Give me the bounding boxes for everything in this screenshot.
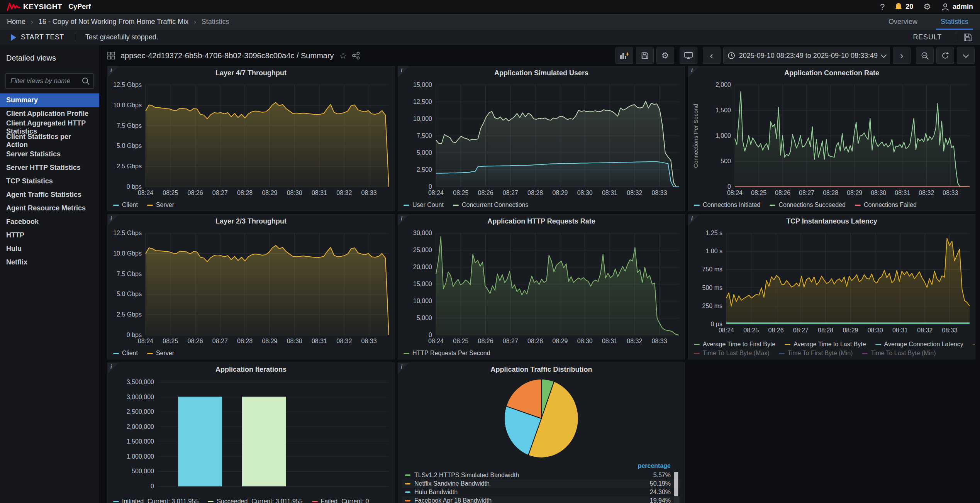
panel-info-corner[interactable] — [398, 363, 409, 374]
svg-text:08:25: 08:25 — [163, 190, 178, 196]
legend-item-connections-failed[interactable]: Connections Failed — [855, 202, 917, 208]
chevron-down-icon — [963, 52, 969, 58]
pie-table-row[interactable]: TLSv1.2 HTTPS Simulated Bandwidth5.57% — [402, 471, 681, 479]
settings-gear-icon[interactable]: ⚙ — [923, 3, 931, 11]
sidebar-item-agent-traffic-statistics[interactable]: Agent Traffic Statistics — [0, 188, 99, 202]
panel-title[interactable]: Layer 4/7 Throughput — [108, 66, 394, 80]
notifications[interactable]: 20 — [895, 3, 913, 11]
svg-text:08:26: 08:26 — [478, 338, 493, 344]
panel-info-corner[interactable] — [108, 363, 119, 374]
dashboard-title[interactable]: appsec-42d19372-6b5b-4706-8b02-3096c8c00… — [120, 51, 334, 60]
pie-table-row[interactable]: Facebook Apr 18 Bandwidth19.94% — [402, 496, 681, 503]
svg-text:3,500,000: 3,500,000 — [127, 379, 154, 385]
sidebar-item-hulu[interactable]: Hulu — [0, 242, 99, 256]
start-test-button[interactable]: START TEST — [0, 30, 75, 45]
panel-info-corner[interactable] — [688, 66, 699, 77]
tab-statistics[interactable]: Statistics — [929, 14, 980, 30]
sidebar-item-client-statistics-per-action[interactable]: Client Statistics per Action — [0, 134, 99, 147]
refresh-interval-dropdown[interactable] — [957, 47, 975, 64]
panel-title[interactable]: Layer 2/3 Throughput — [108, 215, 394, 228]
legend-item-http-requests-per-second[interactable]: HTTP Requests Per Second — [404, 350, 490, 357]
legend-item-average-time-to-first-byte[interactable]: Average Time to First Byte — [694, 341, 775, 348]
user-menu[interactable]: admin — [941, 3, 973, 11]
panel-title[interactable]: Application Iterations — [108, 363, 394, 376]
legend-item-server[interactable]: Server — [147, 350, 174, 357]
sidebar-item-facebook[interactable]: Facebook — [0, 215, 99, 229]
legend-item-time-to-first-byte-max-[interactable]: Time To First Byte (Max) — [973, 341, 975, 348]
breadcrumb-home[interactable]: Home — [7, 18, 25, 26]
pie-table-row[interactable]: Hulu Bandwidth24.30% — [402, 488, 681, 496]
legend-item-user-count[interactable]: User Count — [404, 202, 444, 208]
panel-title[interactable]: Application HTTP Requests Rate — [398, 215, 685, 228]
sidebar-item-server-statistics[interactable]: Server Statistics — [0, 147, 99, 161]
pie-table-row[interactable]: Netflix Sandvine Bandwidth50.19% — [402, 479, 681, 488]
svg-text:08:25: 08:25 — [453, 338, 468, 344]
panel-info-corner[interactable] — [108, 66, 119, 77]
save-result-button[interactable] — [955, 30, 980, 45]
panel-info-corner[interactable] — [688, 215, 699, 225]
sidebar-item-server-http-statistics[interactable]: Server HTTP Statistics — [0, 161, 99, 174]
legend-item-succeeded[interactable]: SucceededCurrent: 3,011,955 — [208, 498, 302, 503]
legend-dash — [113, 205, 119, 206]
legend-dash — [404, 353, 409, 354]
svg-text:08:30: 08:30 — [868, 327, 883, 334]
svg-text:08:31: 08:31 — [312, 190, 327, 196]
sidebar-item-agent-resource-metrics[interactable]: Agent Resource Metrics — [0, 202, 99, 215]
result-button[interactable]: RESULT — [900, 30, 955, 45]
legend-item-connections-initiated[interactable]: Connections Initiated — [694, 202, 760, 208]
legend-item-time-to-last-byte-min-[interactable]: Time To Last Byte (Min) — [862, 350, 936, 357]
zoom-out-button[interactable] — [916, 47, 934, 64]
svg-text:12.5 Gbps: 12.5 Gbps — [113, 81, 142, 88]
sidebar-item-http[interactable]: HTTP — [0, 229, 99, 242]
legend-item-time-to-first-byte-min-[interactable]: Time To First Byte (Min) — [779, 350, 853, 357]
legend-item-server[interactable]: Server — [147, 202, 174, 208]
panel-info-corner[interactable] — [398, 66, 409, 77]
time-range-picker[interactable]: 2025-09-10 08:23:49 to 2025-09-10 08:33:… — [723, 47, 890, 64]
sidebar-item-client-aggregated-http-statistics[interactable]: Client Aggregated HTTP Statistics — [0, 120, 99, 134]
sidebar-item-summary[interactable]: Summary — [0, 93, 99, 107]
save-dashboard-button[interactable] — [636, 47, 654, 64]
panel-title[interactable]: Application Traffic Distribution — [398, 363, 685, 376]
panel-title[interactable]: Application Simulated Users — [398, 66, 685, 80]
legend-item-concurrent-connections[interactable]: Concurrent Connections — [453, 202, 529, 208]
panel-title[interactable]: TCP Instantaneous Latency — [688, 215, 975, 228]
legend-item-client[interactable]: Client — [113, 350, 138, 357]
sidebar-item-netflix[interactable]: Netflix — [0, 256, 99, 269]
svg-text:08:24: 08:24 — [138, 190, 153, 196]
breadcrumb-test-name[interactable]: 16 - Copy of Not Working From Home Traff… — [39, 18, 188, 26]
chevron-right-icon: › — [31, 18, 33, 26]
legend-item-initiated[interactable]: InitiatedCurrent: 3,011,955 — [113, 498, 198, 503]
sidebar-item-tcp-statistics[interactable]: TCP Statistics — [0, 174, 99, 188]
filter-views-input[interactable] — [5, 73, 94, 89]
refresh-button[interactable] — [936, 47, 954, 64]
dashboard-settings-button[interactable]: ⚙ — [656, 47, 674, 64]
legend-item-connections-succeeded[interactable]: Connections Succeeded — [770, 202, 845, 208]
legend-item-client[interactable]: Client — [113, 202, 138, 208]
svg-text:08:33: 08:33 — [942, 327, 958, 334]
svg-text:08:29: 08:29 — [843, 327, 858, 334]
svg-text:5,000: 5,000 — [417, 315, 432, 321]
legend-dash — [694, 344, 700, 345]
legend-item-average-time-to-last-byte[interactable]: Average Time to Last Byte — [785, 341, 866, 348]
pie-table-header[interactable]: percentage — [402, 462, 681, 471]
time-range-back-button[interactable]: ‹ — [703, 47, 721, 64]
sidebar-item-client-application-profile[interactable]: Client Application Profile — [0, 107, 99, 120]
panel-title[interactable]: Application Connection Rate — [688, 66, 975, 80]
add-panel-button[interactable] — [615, 47, 633, 64]
legend-item-failed[interactable]: FailedCurrent: 0 — [312, 498, 369, 503]
table-scrollbar[interactable] — [674, 472, 678, 503]
svg-text:0 bps: 0 bps — [127, 332, 142, 338]
tab-overview[interactable]: Overview — [877, 14, 929, 30]
legend-item-average-connection-latency[interactable]: Average Connection Latency — [875, 341, 963, 348]
help-icon[interactable]: ? — [880, 2, 885, 12]
panel-info-corner[interactable] — [398, 215, 409, 225]
pie-chart — [491, 376, 592, 462]
bar-initiated[interactable] — [178, 397, 222, 486]
legend-item-time-to-last-byte-max-[interactable]: Time To Last Byte (Max) — [694, 350, 770, 357]
time-range-forward-button[interactable]: › — [893, 47, 910, 64]
bar-succeeded[interactable] — [242, 397, 286, 486]
star-favorite-icon[interactable]: ☆ — [339, 51, 347, 61]
tv-mode-button[interactable] — [680, 47, 697, 64]
panel-info-corner[interactable] — [108, 215, 119, 225]
share-icon[interactable] — [352, 52, 360, 59]
